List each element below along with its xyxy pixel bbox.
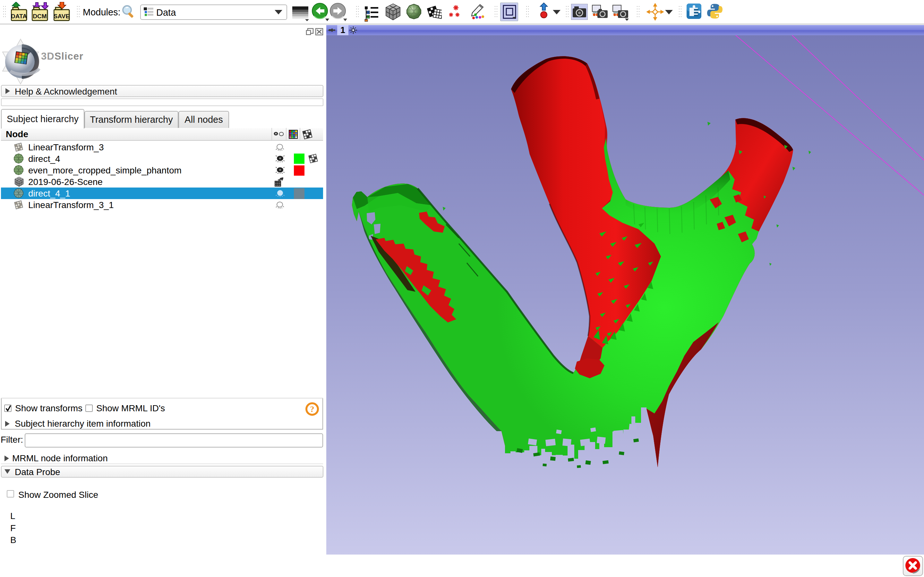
svg-text:DCM: DCM — [33, 13, 47, 19]
svg-text:DATA: DATA — [11, 13, 27, 19]
svg-text:SAVE: SAVE — [53, 13, 69, 19]
svg-text:?: ? — [310, 405, 314, 414]
